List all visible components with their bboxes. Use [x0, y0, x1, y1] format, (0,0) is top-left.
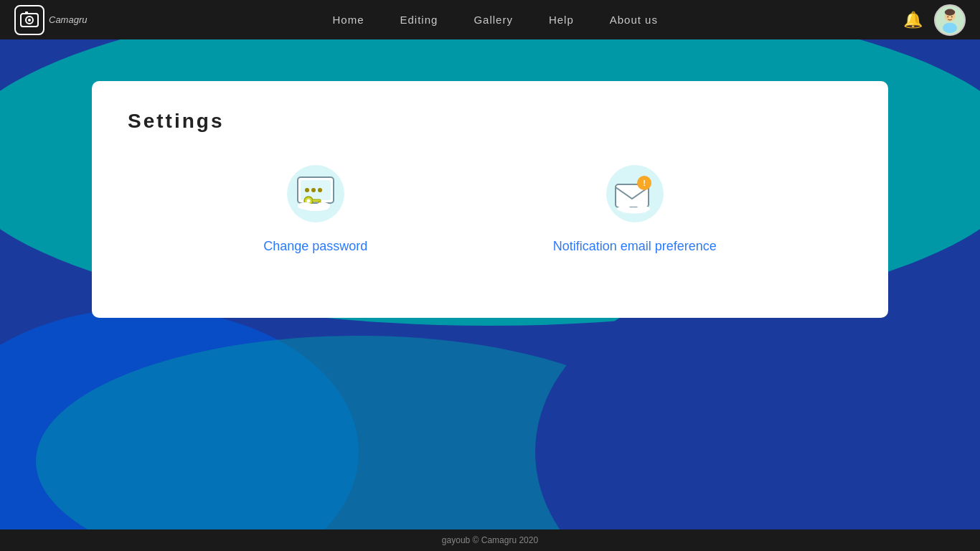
nav-link-editing[interactable]: Editing: [400, 14, 438, 26]
settings-title: Settings: [128, 110, 852, 133]
svg-point-6: [945, 9, 956, 15]
logo-icon: [14, 5, 44, 35]
nav-links: Home Editing Gallery Help About us: [332, 14, 657, 27]
svg-point-13: [305, 188, 309, 192]
svg-point-8: [947, 16, 948, 17]
svg-point-2: [28, 19, 31, 22]
svg-point-23: [303, 205, 329, 211]
svg-text:!: !: [643, 179, 646, 187]
footer: gayoub © Camagru 2020: [0, 529, 980, 551]
settings-card: Settings: [92, 81, 888, 318]
bell-icon[interactable]: 🔔: [903, 11, 923, 29]
svg-point-15: [318, 188, 322, 192]
change-password-option[interactable]: Change password: [263, 161, 367, 254]
nav-item-home[interactable]: Home: [332, 14, 364, 27]
nav-link-home[interactable]: Home: [332, 14, 364, 26]
svg-point-7: [943, 22, 957, 33]
nav-link-about[interactable]: About us: [610, 14, 658, 26]
nav-link-help[interactable]: Help: [549, 14, 574, 26]
notification-email-label: Notification email preference: [553, 239, 717, 254]
svg-point-17: [306, 199, 310, 203]
change-password-icon: [283, 161, 348, 226]
nav-right: 🔔: [903, 4, 966, 36]
main-content: Settings: [0, 39, 980, 318]
logo-text: Camagru: [49, 14, 87, 25]
footer-text: gayoub © Camagru 2020: [442, 535, 538, 545]
svg-point-14: [311, 188, 316, 192]
svg-rect-3: [25, 11, 28, 14]
nav-item-help[interactable]: Help: [549, 14, 574, 27]
nav-link-gallery[interactable]: Gallery: [473, 14, 513, 26]
change-password-label: Change password: [263, 239, 367, 254]
camera-icon: [20, 11, 39, 29]
svg-point-31: [621, 209, 647, 214]
avatar-image: [936, 4, 964, 36]
logo[interactable]: Camagru: [14, 5, 87, 35]
navbar: Camagru Home Editing Gallery Help About …: [0, 0, 980, 39]
nav-item-editing[interactable]: Editing: [400, 14, 438, 27]
settings-options: Change password !: [128, 161, 852, 254]
user-avatar[interactable]: [934, 4, 966, 36]
svg-point-9: [951, 16, 953, 17]
notification-email-icon: !: [603, 161, 667, 226]
nav-item-gallery[interactable]: Gallery: [473, 14, 513, 27]
nav-item-about[interactable]: About us: [610, 14, 658, 27]
notification-email-option[interactable]: ! Notification email preference: [553, 161, 717, 254]
